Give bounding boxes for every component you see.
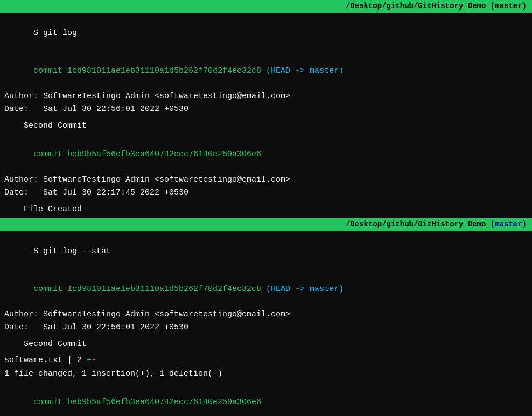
commit2-hash: commit beb9b5af56efb3ea640742ecc76140e25… (33, 150, 261, 159)
stat-commit1-head-ref: (HEAD -> master) (266, 285, 344, 294)
stat-commit1-hash-line: commit 1cd981011ae1eb31110a1d5b262f70d2f… (0, 271, 532, 308)
terminal: /Desktop/github/GitHistory_Demo (master)… (0, 0, 532, 416)
stat-commit2-hash: commit beb9b5af56efb3ea640742ecc76140e25… (33, 398, 261, 407)
stat-commit2-hash-line: commit beb9b5af56efb3ea640742ecc76140e25… (0, 384, 532, 416)
commit2-message: File Created (0, 203, 532, 217)
stat-commit1-author: Author: SoftwareTestingo Admin <software… (0, 308, 532, 322)
commit1-date: Date: Sat Jul 30 22:56:01 2022 +0530 (0, 103, 532, 116)
commit1-message: Second Commit (0, 120, 532, 133)
commit2-hash-line: commit beb9b5af56efb3ea640742ecc76140e25… (0, 136, 532, 174)
prompt-dollar-2: $ (33, 247, 43, 256)
stat-commit1-summary: 1 file changed, 1 insertion(+), 1 deleti… (0, 368, 532, 381)
git-log-stat-block: $ git log --stat commit 1cd981011ae1eb31… (0, 231, 532, 416)
stat-commit1-message: Second Commit (0, 338, 532, 351)
title-bar-2: /Desktop/github/GitHistory_Demo (master) (0, 218, 532, 231)
git-log-prompt-line: $ git log (0, 15, 532, 53)
stat-plus-1: + (87, 356, 92, 365)
git-log-cmd: git log (43, 29, 77, 38)
stat-commit1-file: software.txt | 2 +- (0, 354, 532, 368)
commit1-head-ref: (HEAD -> master) (266, 66, 344, 75)
git-log-stat-cmd: git log --stat (43, 247, 111, 256)
commit2-author: Author: SoftwareTestingo Admin <software… (0, 174, 532, 187)
commit2-date: Date: Sat Jul 30 22:17:45 2022 +0530 (0, 186, 532, 200)
title-path-2: /Desktop/github/GitHistory_Demo (master) (346, 220, 527, 228)
stat-commit1-hash: commit 1cd981011ae1eb31110a1d5b262f70d2f… (33, 285, 261, 294)
title-bar-1: /Desktop/github/GitHistory_Demo (master) (0, 0, 532, 13)
commit1-hash: commit 1cd981011ae1eb31110a1d5b262f70d2f… (33, 66, 261, 75)
commit1-author: Author: SoftwareTestingo Admin <software… (0, 90, 532, 103)
stat-minus-1: - (92, 356, 96, 365)
title-path-1: /Desktop/github/GitHistory_Demo (master) (346, 2, 527, 10)
prompt-dollar-1: $ (33, 29, 43, 38)
git-log-block: $ git log commit 1cd981011ae1eb31110a1d5… (0, 13, 532, 219)
git-log-stat-prompt-line: $ git log --stat (0, 233, 532, 271)
commit1-hash-line: commit 1cd981011ae1eb31110a1d5b262f70d2f… (0, 52, 532, 90)
stat-commit1-date: Date: Sat Jul 30 22:56:01 2022 +0530 (0, 321, 532, 335)
